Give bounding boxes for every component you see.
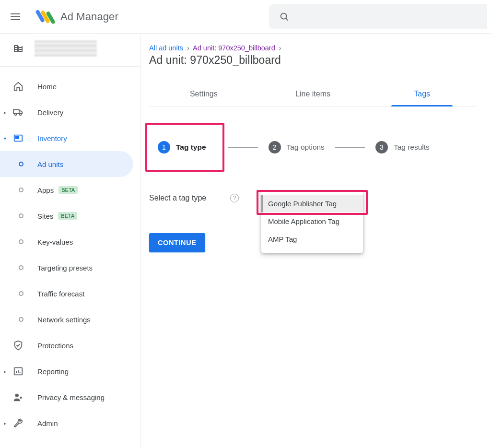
- step-tag-results[interactable]: 3 Tag results: [369, 136, 436, 158]
- nav: Home ▸ Delivery ▾ Inventory Ad units: [0, 67, 140, 436]
- nav-reporting[interactable]: ▸ Reporting: [0, 358, 140, 384]
- dropdown-option-amp[interactable]: AMP Tag: [261, 230, 363, 248]
- breadcrumb-adunit[interactable]: Ad unit: 970x250_billboard: [193, 44, 275, 52]
- bullet-icon: [19, 239, 23, 244]
- sub-apps[interactable]: Apps BETA: [0, 177, 140, 203]
- main-content: All ad units › Ad unit: 970x250_billboar…: [140, 34, 491, 448]
- person-lock-icon: [12, 391, 24, 403]
- nav-privacy[interactable]: Privacy & messaging: [0, 384, 140, 410]
- menu-button[interactable]: [4, 5, 27, 28]
- sub-sites[interactable]: Sites BETA: [0, 203, 140, 229]
- step-label: Tag results: [394, 143, 430, 152]
- nav-label: Admin: [37, 419, 58, 427]
- sub-label: Sites: [37, 212, 53, 220]
- svg-rect-9: [16, 136, 19, 139]
- step-connector: [228, 147, 258, 148]
- wrench-icon: [12, 417, 24, 429]
- bullet-icon: [19, 162, 23, 166]
- tag-type-dropdown: Google Publisher Tag Mobile Application …: [261, 191, 363, 253]
- sub-key-values[interactable]: Key-values: [0, 229, 140, 255]
- step-tag-options[interactable]: 2 Tag options: [262, 136, 331, 158]
- nav-inventory[interactable]: ▾ Inventory: [0, 125, 140, 151]
- stepper: 1 Tag type 2 Tag options 3 Tag results: [149, 123, 477, 172]
- truck-icon: [12, 106, 24, 118]
- sub-label: Key-values: [37, 238, 73, 246]
- bullet-icon: [19, 291, 23, 296]
- step-number: 2: [269, 141, 281, 153]
- nav-home[interactable]: Home: [0, 73, 140, 99]
- app-header: Ad Manager: [0, 0, 491, 34]
- inventory-icon: [12, 132, 24, 144]
- nav-label: Inventory: [37, 134, 67, 142]
- sub-ad-units[interactable]: Ad units: [0, 151, 133, 177]
- step-label: Tag type: [176, 143, 206, 152]
- ad-manager-logo-icon: [35, 7, 56, 27]
- svg-rect-5: [13, 110, 19, 114]
- step-label: Tag options: [287, 143, 325, 152]
- nav-protections[interactable]: Protections: [0, 332, 140, 358]
- domain-icon: [12, 42, 24, 55]
- svg-point-7: [20, 114, 22, 116]
- bullet-icon: [19, 188, 23, 192]
- nav-admin[interactable]: ▸ Admin: [0, 410, 140, 436]
- search-bar[interactable]: [269, 4, 487, 29]
- svg-point-6: [15, 114, 17, 116]
- nav-label: Protections: [37, 342, 73, 350]
- beta-badge: BETA: [58, 186, 78, 194]
- step-tag-type[interactable]: 1 Tag type: [151, 136, 213, 158]
- nav-label: Delivery: [37, 108, 63, 117]
- sub-traffic-forecast[interactable]: Traffic forecast: [0, 281, 140, 307]
- svg-point-15: [20, 397, 22, 399]
- dropdown-option-mobile[interactable]: Mobile Application Tag: [261, 212, 363, 230]
- nav-delivery[interactable]: ▸ Delivery: [0, 99, 140, 125]
- bullet-icon: [19, 213, 23, 218]
- continue-button[interactable]: CONTINUE: [149, 233, 205, 252]
- sub-label: Network settings: [37, 316, 91, 324]
- shield-icon: [12, 340, 24, 351]
- tag-type-section: Select a tag type ? Google Publisher Tag…: [149, 194, 477, 202]
- tab-line-items[interactable]: Line items: [258, 84, 368, 106]
- caret-right-icon: ▸: [4, 110, 6, 115]
- tab-settings[interactable]: Settings: [149, 84, 258, 106]
- breadcrumb-root[interactable]: All ad units: [149, 44, 183, 52]
- page-title: Ad unit: 970x250_billboard: [149, 54, 477, 67]
- step-connector: [335, 147, 365, 148]
- sidebar: Home ▸ Delivery ▾ Inventory Ad units: [0, 34, 140, 448]
- caret-right-icon: ▸: [4, 421, 6, 426]
- tabs: Settings Line items Tags: [149, 84, 477, 106]
- caret-down-icon: ▾: [4, 136, 6, 141]
- bullet-icon: [19, 317, 23, 322]
- nav-label: Reporting: [37, 367, 69, 376]
- svg-point-3: [281, 13, 287, 19]
- bullet-icon: [19, 265, 23, 270]
- app-title: Ad Manager: [60, 11, 118, 23]
- nav-label: Home: [37, 83, 57, 91]
- sub-label: Targeting presets: [37, 264, 93, 272]
- sub-label: Apps: [37, 186, 54, 194]
- tab-tags[interactable]: Tags: [367, 84, 477, 106]
- sub-label: Traffic forecast: [37, 290, 84, 298]
- beta-badge: BETA: [58, 212, 77, 220]
- section-label: Select a tag type: [149, 194, 206, 202]
- chevron-right-icon: ›: [279, 44, 281, 52]
- hamburger-icon: [11, 16, 20, 17]
- sub-targeting-presets[interactable]: Targeting presets: [0, 255, 140, 281]
- dropdown-option-gpt[interactable]: Google Publisher Tag: [261, 195, 363, 212]
- sub-network-settings[interactable]: Network settings: [0, 307, 140, 332]
- step-number: 3: [375, 141, 388, 153]
- chart-icon: [12, 365, 24, 377]
- search-icon: [273, 5, 296, 28]
- nav-label: Privacy & messaging: [37, 393, 105, 401]
- svg-point-14: [15, 394, 19, 397]
- step-number: 1: [158, 141, 170, 153]
- help-icon[interactable]: ?: [230, 194, 239, 202]
- org-name-redacted: [35, 40, 97, 57]
- org-selector[interactable]: [0, 34, 140, 67]
- svg-line-4: [286, 18, 288, 20]
- highlight-tag-type: 1 Tag type: [145, 123, 224, 172]
- caret-right-icon: ▸: [4, 369, 6, 374]
- chevron-right-icon: ›: [187, 44, 189, 52]
- app-logo-wrap[interactable]: Ad Manager: [35, 7, 118, 27]
- home-icon: [12, 81, 24, 92]
- sub-label: Ad units: [37, 160, 63, 168]
